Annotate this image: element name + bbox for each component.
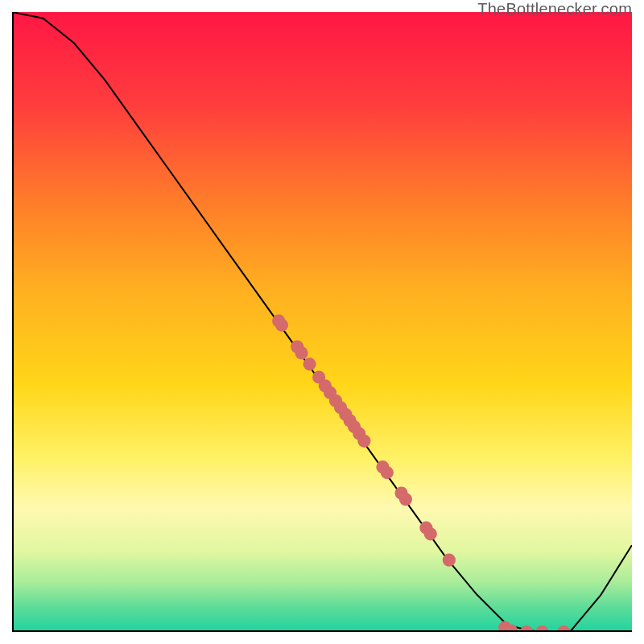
watermark-label: TheBottlenecker.com: [477, 0, 632, 19]
svg-rect-0: [12, 12, 632, 632]
gradient-background: [12, 12, 632, 632]
chart-container: TheBottlenecker.com: [0, 0, 644, 644]
plot-area: TheBottlenecker.com: [12, 12, 632, 632]
